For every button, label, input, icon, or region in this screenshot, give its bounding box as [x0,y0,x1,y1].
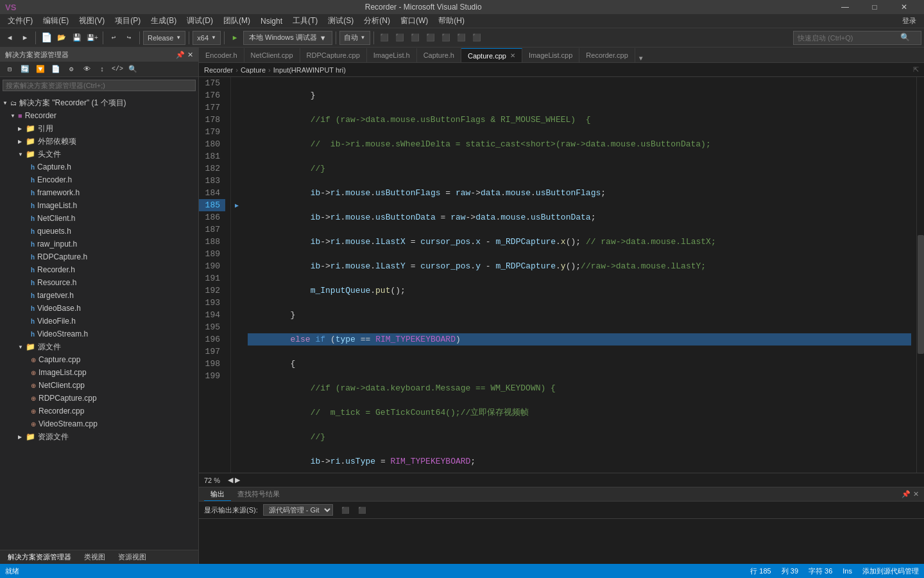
rdpcapture-cpp-node[interactable]: ⊕ RDPCapture.cpp [0,392,198,405]
solution-explorer-tab[interactable]: 解决方案资源管理器 [5,552,74,562]
status-source-control[interactable]: 添加到源代码管理 [862,566,919,576]
debug-btn1[interactable]: ⬛ [377,31,391,45]
source-files-node[interactable]: ▼ 📁 源文件 [0,340,198,353]
new-file-button[interactable]: 📄 [39,31,53,45]
resource-view-tab[interactable]: 资源视图 [116,552,149,562]
recorder-cpp-node[interactable]: ⊕ Recorder.cpp [0,405,198,417]
vertical-scrollbar[interactable] [916,77,924,473]
videobase-h-node[interactable]: h VideoBase.h [0,302,198,315]
find-symbols-tab[interactable]: 查找符号结果 [231,488,286,501]
menu-debug[interactable]: 调试(D) [182,14,218,28]
menu-view[interactable]: 视图(V) [74,14,110,28]
panel-close-button[interactable]: ✕ [913,490,919,498]
run-icon-button[interactable]: ▶ [228,31,242,45]
capture-cpp-node[interactable]: ⊕ Capture.cpp [0,353,198,366]
tab-recorder-cpp[interactable]: Recorder.cpp [579,48,635,62]
deploy-dropdown[interactable]: 自动 ▼ [339,31,370,45]
project-node[interactable]: ▼ ■ Recorder [0,109,198,122]
preview-button[interactable]: 👁 [80,62,94,76]
recorder-h-node[interactable]: h Recorder.h [0,263,198,276]
debug-btn4[interactable]: ⬛ [424,31,438,45]
menu-analyze[interactable]: 分析(N) [359,14,395,28]
sidebar-search-input[interactable] [3,80,196,91]
videostream-cpp-node[interactable]: ⊕ VideoStream.cpp [0,417,198,430]
output-btn2[interactable]: ⬛ [355,503,369,517]
tab-imagelist-cpp[interactable]: ImageList.cpp [522,48,579,62]
breadcrumb-symbol[interactable]: Input(HRAWINPUT hri) [273,66,346,74]
debug-btn2[interactable]: ⬛ [393,31,407,45]
breadcrumb-file[interactable]: Capture [241,66,266,74]
filter-button[interactable]: 🔽 [33,62,47,76]
maximize-button[interactable]: □ [860,0,889,14]
tab-rdpcapture-cpp[interactable]: RDPCapture.cpp [300,48,367,62]
zoom-controls[interactable]: ◀ ▶ [228,476,240,484]
menu-build[interactable]: 生成(B) [146,14,182,28]
minimize-button[interactable]: — [830,0,860,14]
debug-btn6[interactable]: ⬛ [454,31,468,45]
resource-h-node[interactable]: h Resource.h [0,276,198,289]
rdpcapture-h-node[interactable]: h RDPCapture.h [0,250,198,263]
solution-node[interactable]: ▼ 🗂 解决方案 "Recorder" (1 个项目) [0,96,198,109]
save-button[interactable]: 💾 [70,31,84,45]
netclient-cpp-node[interactable]: ⊕ NetClient.cpp [0,379,198,392]
search-input[interactable] [798,34,900,42]
collapse-all-button[interactable]: ⊟ [3,62,17,76]
code-content[interactable]: } //if (raw->data.mouse.usButtonFlags & … [243,77,916,473]
menu-nsight[interactable]: Nsight [255,14,287,28]
sidebar-close-button[interactable]: ✕ [187,51,193,59]
panel-pin-button[interactable]: 📌 [902,490,911,498]
tab-imagelist-h[interactable]: ImageList.h [367,48,417,62]
imagelist-h-node[interactable]: h ImageList.h [0,199,198,212]
menu-edit[interactable]: 编辑(E) [38,14,74,28]
scrollbar-thumb[interactable] [918,235,924,354]
source-select[interactable]: 源代码管理 - Git [263,504,333,516]
tab-encoder-h[interactable]: Encoder.h [199,48,244,62]
menu-team[interactable]: 团队(M) [218,14,255,28]
menu-test[interactable]: 测试(S) [323,14,359,28]
capture-h-node[interactable]: h Capture.h [0,161,198,173]
videofile-h-node[interactable]: h VideoFile.h [0,315,198,328]
netclient-h-node[interactable]: h NetClient.h [0,212,198,225]
code-btn[interactable]: </> [110,62,124,76]
tab-capture-h[interactable]: Capture.h [417,48,461,62]
raw-input-h-node[interactable]: h raw_input.h [0,238,198,250]
menu-project[interactable]: 项目(P) [110,14,146,28]
class-view-tab[interactable]: 类视图 [81,552,108,562]
tab-scroll-button[interactable]: ▼ [635,55,647,62]
build-config-dropdown[interactable]: Release ▼ [143,31,185,45]
targetver-h-node[interactable]: h targetver.h [0,289,198,302]
login-button[interactable]: 登录 [897,16,921,26]
close-button[interactable]: ✕ [889,0,919,14]
forward-button[interactable]: ▶ [18,31,32,45]
tab-capture-cpp[interactable]: Capture.cpp ✕ [461,48,522,62]
references-node[interactable]: ▶ 📁 引用 [0,122,198,135]
undo-button[interactable]: ↩ [107,31,121,45]
debug-btn3[interactable]: ⬛ [408,31,422,45]
quick-search[interactable]: 🔍 [793,31,921,45]
menu-tools[interactable]: 工具(T) [287,14,323,28]
queuets-h-node[interactable]: h queuets.h [0,225,198,238]
debug-btn7[interactable]: ⬛ [470,31,484,45]
search-sidebar-button[interactable]: 🔍 [126,62,140,76]
redo-button[interactable]: ↪ [122,31,136,45]
header-files-node[interactable]: ▼ 📁 头文件 [0,148,198,161]
menu-help[interactable]: 帮助(H) [433,14,470,28]
debug-btn5[interactable]: ⬛ [439,31,453,45]
tab-close-icon[interactable]: ✕ [510,52,515,59]
menu-file[interactable]: 文件(F) [3,14,38,28]
save-all-button[interactable]: 💾+ [85,31,99,45]
encoder-h-node[interactable]: h Encoder.h [0,173,198,186]
properties-button[interactable]: ⚙ [64,62,78,76]
run-button[interactable]: 本地 Windows 调试器 ▼ [243,31,332,45]
tab-netclient-cpp[interactable]: NetClient.cpp [244,48,300,62]
refresh-button[interactable]: 🔄 [18,62,32,76]
output-tab[interactable]: 输出 [204,488,231,501]
back-button[interactable]: ◀ [3,31,17,45]
imagelist-cpp-node[interactable]: ⊕ ImageList.cpp [0,366,198,379]
menu-window[interactable]: 窗口(W) [395,14,433,28]
show-files-button[interactable]: 📄 [49,62,63,76]
sync-button[interactable]: ↕ [95,62,109,76]
open-file-button[interactable]: 📂 [55,31,69,45]
breadcrumb-project[interactable]: Recorder [204,66,233,74]
framework-h-node[interactable]: h framework.h [0,186,198,199]
